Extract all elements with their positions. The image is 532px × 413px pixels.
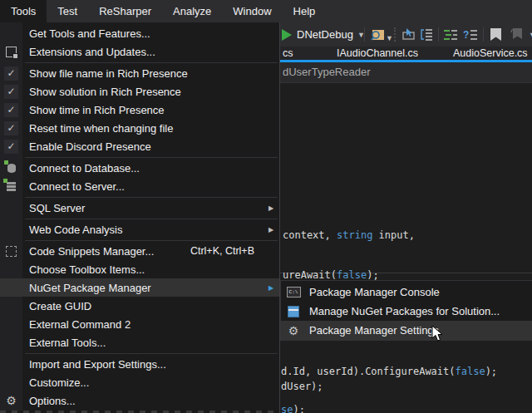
menu-item-reset-time-when-changing-file[interactable]: ✓ Reset time when changing file [0, 119, 279, 137]
toolbar-separator [364, 27, 365, 42]
code-token-keyword: false [456, 366, 485, 377]
menubar-item-tools[interactable]: Tools [0, 0, 47, 22]
code-token: ureAwait( [283, 269, 337, 281]
code-line: d.Id, userId).ConfigureAwait(false); [281, 366, 497, 377]
menu-item-get-tools-and-features[interactable]: Get Tools and Features... [0, 24, 279, 42]
database-icon [7, 164, 16, 173]
menubar-item-help[interactable]: Help [283, 0, 327, 22]
run-icon [281, 29, 292, 41]
code-token: d.Id, userId).ConfigureAwait( [281, 366, 456, 377]
submenu-arrow-icon: ▶ [263, 284, 279, 292]
chevron-down-icon: ▼ [529, 31, 532, 39]
menu-item-connect-to-server[interactable]: Connect to Server... [0, 177, 279, 195]
copy-parallel-icon [420, 28, 433, 42]
menubar-item-test[interactable]: Test [47, 0, 88, 22]
menu-item-choose-toolbox-items[interactable]: Choose Toolbox Items... [0, 260, 279, 278]
run-config-selector[interactable]: DNetDebug ▼ [297, 22, 365, 47]
checkmark-icon: ✓ [4, 103, 18, 117]
menu-separator [25, 62, 278, 63]
submenu-item-manage-nuget-packages[interactable]: Manage NuGet Packages for Solution... [281, 302, 532, 321]
format-document-button[interactable] [444, 22, 457, 47]
menu-item-extensions-and-updates[interactable]: Extensions and Updates... [0, 42, 279, 61]
menubar-item-window[interactable]: Window [222, 0, 282, 22]
tab-partial[interactable]: cs [283, 47, 293, 59]
checkmark-icon: ✓ [4, 66, 18, 81]
run-button[interactable] [281, 22, 292, 47]
previous-bookmark-button[interactable] [510, 22, 522, 47]
extensions-icon [6, 47, 17, 57]
format-document-icon [444, 29, 457, 41]
code-token: context, [283, 229, 337, 241]
checkmark-icon: ✓ [4, 121, 18, 135]
breadcrumb[interactable]: dUserTypeReader [283, 66, 371, 78]
find-in-files-icon [370, 28, 385, 42]
navigate-to-cursor-button[interactable] [401, 22, 416, 47]
mouse-cursor [431, 325, 443, 346]
menu-item-enable-discord-presence[interactable]: ✓ Enable Discord Presence [0, 137, 279, 155]
chevron-down-icon: ▼ [386, 34, 393, 42]
snippets-icon [6, 246, 17, 257]
menu-item-connect-to-database[interactable]: Connect to Database... [0, 159, 279, 177]
package-icon [288, 306, 299, 317]
checkmark-icon: ✓ [4, 85, 18, 99]
menu-item-show-time-rich-presence[interactable]: ✓ Show time in Rich Presence [0, 101, 279, 119]
code-token-keyword: se [281, 404, 293, 413]
submenu-arrow-icon: ▶ [263, 204, 279, 212]
bookmark-icon [490, 28, 501, 41]
code-token: ); [293, 404, 304, 413]
toolbar-separator [483, 27, 484, 42]
svg-text:?: ? [463, 29, 469, 41]
menubar-item-resharper[interactable]: ReSharper [88, 0, 162, 22]
nuget-package-manager-submenu: C:\ Package Manager Console Manage NuGet… [280, 280, 532, 341]
code-token: ); [367, 269, 378, 281]
tab-iaudiochannel[interactable]: IAudioChannel.cs [337, 47, 418, 59]
code-token: dUser); [281, 381, 323, 392]
toolbar-drag-handle[interactable] [394, 27, 396, 42]
menubar-item-analyze[interactable]: Analyze [162, 0, 222, 22]
menu-separator [25, 197, 278, 198]
tab-audioservice[interactable]: AudioService.cs [453, 47, 528, 59]
comment-help-icon: ? [463, 29, 477, 41]
menu-item-create-guid[interactable]: Create GUID [0, 297, 279, 315]
gear-icon: ⚙ [6, 395, 17, 406]
code-line: context, string input, [283, 229, 415, 241]
tools-menu: Get Tools and Features... Extensions and… [0, 22, 280, 413]
toggle-bookmark-button[interactable] [490, 22, 501, 47]
menu-separator [25, 157, 278, 158]
menu-separator [25, 353, 278, 354]
menu-item-sql-server[interactable]: SQL Server ▶ [0, 199, 279, 217]
gear-icon: ⚙ [288, 325, 299, 337]
server-icon [7, 182, 16, 191]
menu-item-show-solution-rich-presence[interactable]: ✓ Show solution in Rich Presence [0, 82, 279, 101]
toolbar-separator [438, 27, 439, 42]
menu-separator [25, 219, 278, 219]
submenu-item-package-manager-console[interactable]: C:\ Package Manager Console [281, 283, 532, 302]
previous-bookmark-icon [510, 28, 522, 41]
submenu-arrow-icon: ▶ [263, 226, 279, 234]
menu-item-show-file-name-rich-presence[interactable]: ✓ Show file name in Rich Presence [0, 64, 279, 82]
menu-item-code-snippets-manager[interactable]: Code Snippets Manager... Ctrl+K, Ctrl+B [0, 242, 279, 260]
menu-item-external-command-2[interactable]: External Command 2 [0, 315, 279, 333]
copy-parallel-button[interactable] [420, 22, 433, 47]
submenu-item-package-manager-settings[interactable]: ⚙ Package Manager Settings [281, 321, 532, 340]
menu-item-import-and-export-settings[interactable]: Import and Export Settings... [0, 355, 279, 373]
menu-item-web-code-analysis[interactable]: Web Code Analysis ▶ [0, 220, 279, 238]
menu-separator [25, 240, 278, 241]
comment-help-button[interactable]: ? [463, 22, 477, 47]
shortcut-label: Ctrl+K, Ctrl+B [190, 245, 263, 257]
find-in-files-button[interactable] [370, 22, 385, 47]
code-token-keyword: false [337, 269, 367, 281]
console-icon: C:\ [287, 287, 301, 297]
code-line: ureAwait(false); [283, 269, 379, 281]
toolbar-overflow[interactable]: ▼ [529, 22, 532, 47]
code-token-keyword: string [337, 229, 372, 241]
code-token: ); [485, 366, 497, 377]
menu-bar: Tools Test ReSharper Analyze Window Help [0, 0, 532, 22]
code-line: dUser); [281, 381, 323, 392]
menu-item-customize[interactable]: Customize... [0, 373, 279, 391]
navigate-to-cursor-icon [401, 28, 416, 41]
menu-item-options[interactable]: ⚙ Options... [0, 391, 279, 410]
menu-item-external-tools[interactable]: External Tools... [0, 333, 279, 352]
code-token: input, [372, 229, 415, 241]
menu-item-nuget-package-manager[interactable]: NuGet Package Manager ▶ [0, 278, 279, 297]
